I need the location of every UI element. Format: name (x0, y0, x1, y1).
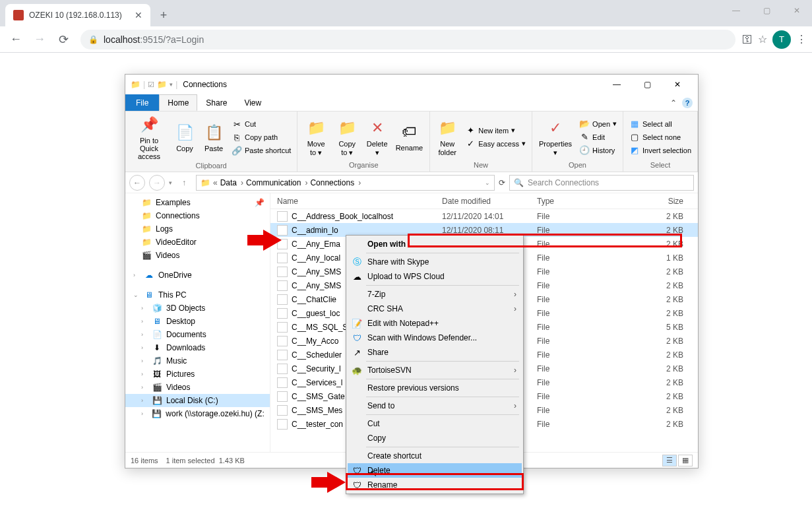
nav-item-logs[interactable]: 📁Logs (125, 222, 270, 236)
paste-button[interactable]: 📋Paste (201, 121, 227, 154)
qat-dropdown-icon[interactable]: ▾ (170, 81, 173, 88)
nav-item-localdisk[interactable]: ›💾Local Disk (C:) (125, 394, 270, 407)
ctx-crc-sha[interactable]: CRC SHA› (348, 302, 522, 316)
nav-item-work[interactable]: ›💾work (\\storage.ozeki.hu) (Z:) (125, 407, 270, 420)
nav-item-music[interactable]: ›🎵Music (125, 354, 270, 368)
explorer-titlebar[interactable]: 📁 | ☑ 📁 ▾ | Connections — ▢ ✕ (125, 75, 698, 94)
ctx-create-shortcut[interactable]: Create shortcut (348, 449, 522, 463)
nav-item-documents[interactable]: ›📄Documents (125, 328, 270, 341)
nav-item-connections[interactable]: 📁Connections (125, 209, 270, 222)
breadcrumb-segment[interactable]: Communication (246, 178, 307, 187)
nav-item-videos[interactable]: 🎬Videos (125, 249, 270, 262)
easy-access-button[interactable]: ✓Easy access ▾ (463, 138, 528, 150)
recent-locations-icon[interactable]: ▾ (169, 179, 172, 186)
cut-button[interactable]: ✂Cut (230, 118, 293, 130)
browser-tab[interactable]: OZEKI 10 (192.168.0.113) ✕ (5, 4, 150, 26)
ribbon-collapse-icon[interactable]: ⌃ (670, 98, 677, 108)
select-none-button[interactable]: ▢Select none (627, 131, 693, 143)
ctx-delete[interactable]: 🛡Delete↖ (348, 463, 522, 478)
properties-button[interactable]: ✓Properties ▾ (536, 116, 575, 157)
qat-check-icon[interactable]: ☑ (148, 80, 154, 89)
ctx-scan-defender[interactable]: 🛡Scan with Windows Defender... (348, 331, 522, 345)
ctx-7zip[interactable]: 7-Zip› (348, 287, 522, 302)
column-headers[interactable]: Name Date modified Type Size (270, 193, 698, 209)
breadcrumb[interactable]: 📁 « Data Communication Connections ⌄ (196, 175, 495, 191)
column-size[interactable]: Size (613, 197, 698, 206)
breadcrumb-segment[interactable]: Connections (310, 178, 361, 187)
nav-item-downloads[interactable]: ›⬇Downloads (125, 341, 270, 354)
shortcut-icon: 🔗 (232, 145, 242, 156)
ctx-restore-versions[interactable]: Restore previous versions (348, 381, 522, 395)
ctx-edit-notepad[interactable]: 📝Edit with Notepad++ (348, 316, 522, 331)
explorer-minimize-button[interactable]: — (602, 75, 632, 94)
rename-button[interactable]: 🏷Rename (393, 120, 426, 153)
copy-to-button[interactable]: 📁Copy to ▾ (333, 116, 361, 157)
new-item-button[interactable]: ✦New item ▾ (463, 125, 528, 137)
nav-item-videos[interactable]: ›🎬Videos (125, 381, 270, 394)
address-bar[interactable]: 🔒 localhost:9515/?a=Login (80, 30, 735, 49)
bookmark-star-icon[interactable]: ☆ (758, 33, 767, 46)
ctx-share[interactable]: ↗Share (348, 345, 522, 360)
search-input[interactable]: 🔍 Search Connections (509, 175, 694, 191)
delete-button[interactable]: ✕Delete ▾ (364, 116, 390, 157)
column-date[interactable]: Date modified (442, 197, 537, 206)
copy-path-button[interactable]: ⎘Copy path (230, 131, 293, 143)
new-tab-button[interactable]: + (154, 6, 173, 24)
breadcrumb-segment[interactable]: Data (220, 178, 243, 187)
view-large-icons-button[interactable]: ▦ (678, 455, 693, 466)
refresh-button[interactable]: ⟳ (499, 178, 505, 187)
nav-item-examples[interactable]: 📁Examples📌 (125, 196, 270, 209)
explorer-close-button[interactable]: ✕ (662, 75, 693, 94)
copy-button[interactable]: 📄Copy (172, 121, 198, 154)
nav-item-desktop[interactable]: ›🖥Desktop (125, 315, 270, 328)
nav-item-onedrive[interactable]: ›☁OneDrive (125, 269, 270, 282)
tab-close-icon[interactable]: ✕ (135, 10, 142, 20)
nav-item-thispc[interactable]: ⌄🖥This PC (125, 288, 270, 302)
ctx-tortoisesvn[interactable]: 🐢TortoiseSVN› (348, 363, 522, 377)
forward-button[interactable]: → (29, 29, 50, 50)
back-button[interactable]: ← (5, 29, 26, 50)
new-folder-button[interactable]: 📁New folder (434, 116, 460, 157)
reload-button[interactable]: ⟳ (53, 29, 74, 50)
column-name[interactable]: Name (270, 197, 442, 206)
pin-to-quick-access-button[interactable]: 📌Pin to Quick access (129, 113, 169, 162)
ctx-rename[interactable]: 🛡Rename (348, 478, 522, 492)
ctx-cut[interactable]: Cut (348, 416, 522, 431)
tab-home[interactable]: Home (159, 94, 197, 111)
chevron-down-icon[interactable]: ⌄ (485, 179, 490, 186)
move-to-button[interactable]: 📁Move to ▾ (301, 116, 330, 157)
nav-back-button[interactable]: ← (129, 175, 145, 191)
ctx-share-skype[interactable]: ⓈShare with Skype (348, 255, 522, 269)
file-type: File (537, 420, 613, 429)
navigation-pane[interactable]: 📁Examples📌 📁Connections 📁Logs 📁VideoEdit… (125, 193, 270, 452)
paste-shortcut-button[interactable]: 🔗Paste shortcut (230, 145, 293, 156)
browser-maximize-button[interactable]: ▢ (751, 0, 782, 21)
ctx-send-to[interactable]: Send to› (348, 399, 522, 413)
browser-close-button[interactable]: ✕ (782, 0, 812, 21)
edit-button[interactable]: ✎Edit (577, 131, 619, 143)
key-icon[interactable]: ⚿ (742, 34, 753, 46)
tab-share[interactable]: Share (197, 94, 235, 111)
history-button[interactable]: 🕘History (577, 145, 619, 156)
nav-forward-button[interactable]: → (149, 175, 165, 191)
column-type[interactable]: Type (537, 197, 613, 206)
file-menu[interactable]: File (125, 94, 159, 111)
help-icon[interactable]: ? (682, 98, 693, 108)
tab-view[interactable]: View (235, 94, 270, 111)
open-button[interactable]: 📂Open ▾ (577, 118, 619, 130)
ctx-copy[interactable]: Copy (348, 431, 522, 445)
invert-selection-button[interactable]: ◩Invert selection (627, 145, 693, 156)
nav-item-pictures[interactable]: ›🖼Pictures (125, 368, 270, 381)
file-icon (277, 308, 288, 319)
profile-avatar[interactable]: T (772, 30, 791, 49)
explorer-maximize-button[interactable]: ▢ (632, 75, 662, 94)
view-details-button[interactable]: ☰ (662, 455, 677, 466)
nav-item-3dobjects[interactable]: ›🧊3D Objects (125, 302, 270, 315)
ctx-upload-wps[interactable]: ☁Upload to WPS Cloud (348, 269, 522, 284)
browser-menu-icon[interactable]: ⋮ (796, 33, 807, 46)
ctx-open-with[interactable]: Open with (348, 237, 522, 251)
select-all-button[interactable]: ▦Select all (627, 118, 693, 130)
file-row[interactable]: C__Address_Book_localhost12/11/2020 14:0… (270, 209, 698, 223)
nav-up-button[interactable]: ↑ (176, 175, 192, 191)
browser-minimize-button[interactable]: — (721, 0, 751, 21)
